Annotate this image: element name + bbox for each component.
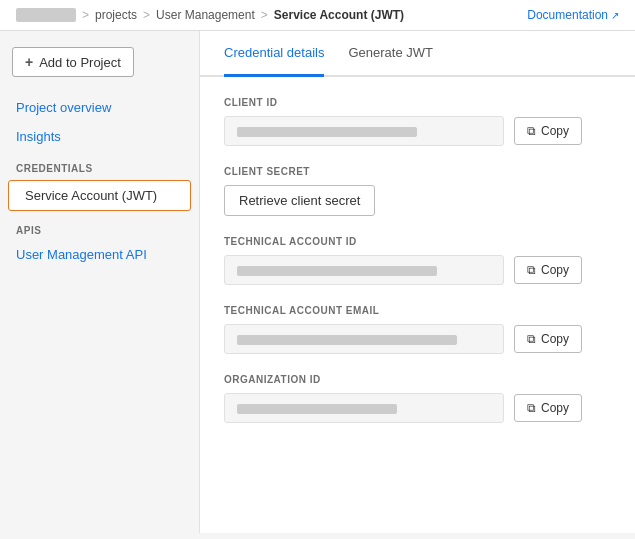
sidebar-item-service-account[interactable]: Service Account (JWT) (8, 180, 191, 211)
topbar: > projects > User Management > Service A… (0, 0, 635, 31)
projects-link[interactable]: projects (95, 8, 137, 22)
sidebar: + Add to Project Project overview Insigh… (0, 31, 200, 533)
client-secret-field: CLIENT SECRET Retrieve client secret (224, 166, 611, 216)
separator-3: > (261, 8, 268, 22)
technical-account-id-copy-label: Copy (541, 263, 569, 277)
client-id-copy-button[interactable]: ⧉ Copy (514, 117, 582, 145)
tab-bar: Credential details Generate JWT (200, 31, 635, 77)
sidebar-item-project-overview[interactable]: Project overview (0, 93, 199, 122)
technical-account-id-blurred (237, 266, 437, 276)
organization-id-row: ⧉ Copy (224, 393, 611, 423)
organization-id-copy-label: Copy (541, 401, 569, 415)
tab-credential-details[interactable]: Credential details (224, 31, 324, 77)
copy-icon-3: ⧉ (527, 332, 536, 346)
client-id-label: CLIENT ID (224, 97, 611, 108)
client-id-value (224, 116, 504, 146)
technical-account-id-row: ⧉ Copy (224, 255, 611, 285)
organization-id-blurred (237, 404, 397, 414)
technical-account-id-field: TECHNICAL ACCOUNT ID ⧉ Copy (224, 236, 611, 285)
main-content: Credential details Generate JWT CLIENT I… (200, 31, 635, 533)
external-link-icon: ↗ (611, 10, 619, 21)
documentation-link[interactable]: Documentation ↗ (527, 8, 619, 22)
sidebar-item-insights[interactable]: Insights (0, 122, 199, 151)
separator-2: > (143, 8, 150, 22)
main-layout: + Add to Project Project overview Insigh… (0, 31, 635, 533)
separator-1: > (82, 8, 89, 22)
copy-icon-2: ⧉ (527, 263, 536, 277)
sidebar-item-user-management-api[interactable]: User Management API (0, 240, 199, 269)
add-to-project-button[interactable]: + Add to Project (12, 47, 134, 77)
organization-id-value (224, 393, 504, 423)
technical-account-email-blurred (237, 335, 457, 345)
organization-id-field: ORGANIZATION ID ⧉ Copy (224, 374, 611, 423)
organization-id-label: ORGANIZATION ID (224, 374, 611, 385)
technical-account-email-value (224, 324, 504, 354)
client-id-row: ⧉ Copy (224, 116, 611, 146)
technical-account-email-copy-label: Copy (541, 332, 569, 346)
user-management-link[interactable]: User Management (156, 8, 255, 22)
client-id-field: CLIENT ID ⧉ Copy (224, 97, 611, 146)
current-page-title: Service Account (JWT) (274, 8, 404, 22)
technical-account-email-label: TECHNICAL ACCOUNT EMAIL (224, 305, 611, 316)
copy-icon-4: ⧉ (527, 401, 536, 415)
technical-account-email-row: ⧉ Copy (224, 324, 611, 354)
apis-section-label: APIS (0, 213, 199, 240)
technical-account-id-copy-button[interactable]: ⧉ Copy (514, 256, 582, 284)
add-to-project-label: Add to Project (39, 55, 121, 70)
plus-icon: + (25, 54, 33, 70)
documentation-label: Documentation (527, 8, 608, 22)
technical-account-id-label: TECHNICAL ACCOUNT ID (224, 236, 611, 247)
tab-generate-jwt[interactable]: Generate JWT (348, 31, 433, 77)
credential-details-content: CLIENT ID ⧉ Copy CLIENT SECRET Retrieve … (200, 77, 635, 463)
organization-id-copy-button[interactable]: ⧉ Copy (514, 394, 582, 422)
technical-account-id-value (224, 255, 504, 285)
client-id-blurred (237, 127, 417, 137)
technical-account-email-field: TECHNICAL ACCOUNT EMAIL ⧉ Copy (224, 305, 611, 354)
retrieve-client-secret-button[interactable]: Retrieve client secret (224, 185, 375, 216)
copy-icon: ⧉ (527, 124, 536, 138)
brand-logo (16, 8, 76, 22)
client-id-copy-label: Copy (541, 124, 569, 138)
client-secret-label: CLIENT SECRET (224, 166, 611, 177)
technical-account-email-copy-button[interactable]: ⧉ Copy (514, 325, 582, 353)
credentials-section-label: CREDENTIALS (0, 151, 199, 178)
